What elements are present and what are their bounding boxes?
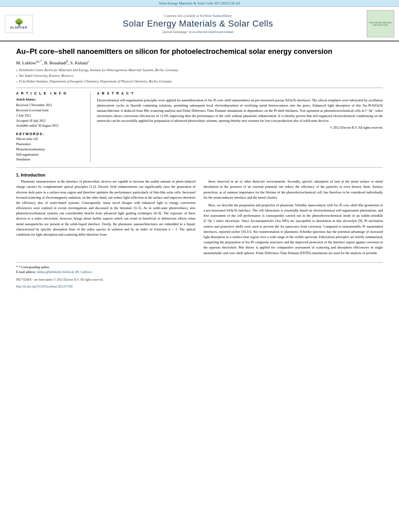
intro-right-para-2: Here, we describe the preparation and pr… <box>204 203 383 256</box>
introduction-heading: 1. Introduction <box>16 173 383 177</box>
affil-b: b Ibn Tofail University, Kenitra, Morocc… <box>16 73 383 78</box>
received-date: Received 2 November 2011 <box>16 103 87 108</box>
issn-line: 0927-0248/$ - see front matter © 2012 El… <box>16 278 383 281</box>
intro-right-text: those observed in air or other dielectri… <box>204 179 383 255</box>
email-label: E-mail address: <box>16 270 37 274</box>
section-divider <box>16 167 383 168</box>
journal-citation-bar: Solar Energy Materials & Solar Cells 107… <box>0 0 399 7</box>
sup-a-label: a <box>16 68 18 73</box>
keywords-header: Keywords: <box>16 132 87 136</box>
corresponding-note: * * Corresponding author. <box>16 265 383 270</box>
revised-date: 1 July 2012 <box>16 113 87 119</box>
keywords-section: Keywords: Silicon solar cell Plasmonics … <box>16 132 87 162</box>
sup-c: c <box>88 60 89 63</box>
elsevier-logo: 🌳 ELSEVIER <box>5 15 33 33</box>
homepage-link[interactable]: www.elsevier.com/locate/solmat <box>189 30 233 34</box>
body-left-col: Plasmonic nanostructures at the interfac… <box>16 179 195 255</box>
header-center: Contents lists available at SciVerse Sci… <box>33 14 363 34</box>
journal-logo-image: Solar Energy Materials and Solar Cells <box>367 10 394 37</box>
sup-c-label: c <box>16 80 17 84</box>
article-info-header: A R T I C L E I N F O <box>16 91 87 95</box>
keyword-3: Photoelectrochemistry <box>16 147 87 152</box>
sciverse-line: Contents lists available at SciVerse Sci… <box>33 14 363 18</box>
intro-left-text: Plasmonic nanostructures at the interfac… <box>16 179 195 237</box>
intro-left-para-1: Plasmonic nanostructures at the interfac… <box>16 179 195 237</box>
email-note: E-mail address: lublow@helmholtz-berlin.… <box>16 270 383 275</box>
article-info-col: A R T I C L E I N F O Article history: R… <box>16 91 90 162</box>
main-content: Au–Pt core–shell nanoemitters on silicon… <box>0 41 399 296</box>
footnote-section: * * Corresponding author. E-mail address… <box>16 262 383 288</box>
journal-header: 🌳 ELSEVIER Contents lists available at S… <box>0 7 399 41</box>
affil-c-text: Fritz-Haber-Institute, Department of Ino… <box>19 79 172 84</box>
revised-label: Received in revised form <box>16 108 87 113</box>
corresponding-text: * Corresponding author. <box>19 265 50 269</box>
affiliations: a Helmholtz-Centre Berlin for Materials … <box>16 68 383 84</box>
abstract-text: Electrochemical self-organization princi… <box>97 98 383 123</box>
email-address[interactable]: lublow@helmholtz-berlin.de (M. Lublow). <box>37 270 93 274</box>
copyright-line: © 2012 Elsevier B.V. All rights reserved… <box>97 126 383 129</box>
body-two-col: Plasmonic nanostructures at the interfac… <box>16 179 383 255</box>
affil-b-text: Ibn Tofail University, Kenitra, Morocco <box>19 73 74 78</box>
sup-b-label: b <box>16 74 18 78</box>
affil-a-text: Helmholtz-Centre Berlin for Materials an… <box>19 68 178 73</box>
abstract-col: A B S T R A C T Electrochemical self-org… <box>97 91 383 162</box>
homepage-label: journal homepage: <box>162 30 189 34</box>
elsevier-tree-icon: 🌳 <box>14 19 23 26</box>
intro-right-para-1: those observed in air or other dielectri… <box>204 179 383 200</box>
online-date: Available online 30 August 2012 <box>16 123 87 129</box>
article-history-label: Article history: <box>16 98 87 101</box>
sup-a: a,c,* <box>36 60 42 63</box>
abstract-header: A B S T R A C T <box>97 91 383 95</box>
article-title: Au–Pt core–shell nanoemitters on silicon… <box>16 47 383 56</box>
keyword-5: Simulation <box>16 157 87 162</box>
homepage-line: journal homepage: www.elsevier.com/locat… <box>33 30 363 34</box>
journal-citation-text: Solar Energy Materials & Solar Cells 107… <box>159 1 240 5</box>
authors-line: M. Lublowa,c,*, B. Bouabadib, S. Kubalac <box>16 60 383 65</box>
sciverse-link[interactable]: SciVerse ScienceDirect <box>200 14 232 18</box>
accepted-date: Accepted 18 July 2012 <box>16 119 87 124</box>
sup-b: b <box>66 60 68 63</box>
keyword-2: Plasmonics <box>16 142 87 147</box>
affil-c: c Fritz-Haber-Institute, Department of I… <box>16 79 383 84</box>
doi-line[interactable]: http://dx.doi.org/10.1016/j.solmat.2012.… <box>16 285 383 288</box>
journal-title: Solar Energy Materials & Solar Cells <box>33 18 363 29</box>
contents-text: Contents lists available at <box>164 14 200 18</box>
article-info-abstract-section: A R T I C L E I N F O Article history: R… <box>16 88 383 162</box>
keyword-4: Self-organization <box>16 152 87 158</box>
elsevier-brand-name: ELSEVIER <box>10 26 28 29</box>
keyword-1: Silicon solar cell <box>16 137 87 142</box>
body-right-col: those observed in air or other dielectri… <box>204 179 383 255</box>
affil-a: a Helmholtz-Centre Berlin for Materials … <box>16 68 383 73</box>
